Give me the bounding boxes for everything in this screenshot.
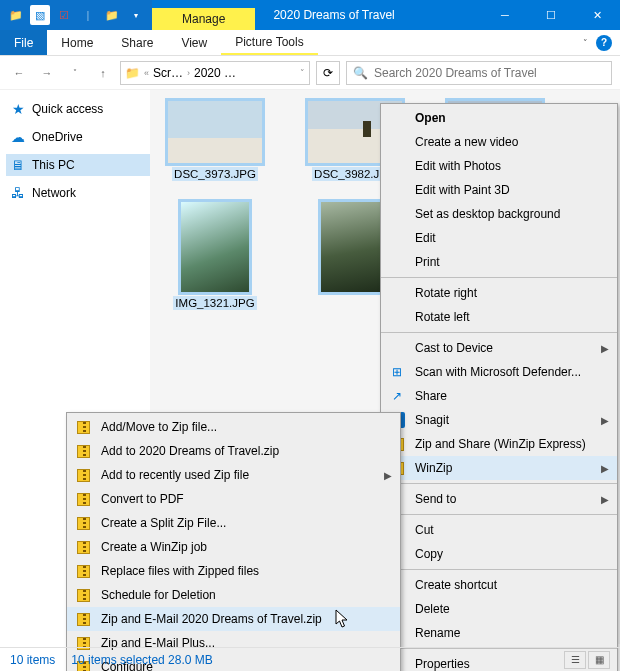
- file-item[interactable]: IMG_1321.JPG: [160, 201, 270, 310]
- menu-item[interactable]: Create a new video: [381, 130, 617, 154]
- search-input[interactable]: [374, 66, 605, 80]
- zip-icon: [75, 443, 91, 459]
- menu-item-label: Add to 2020 Dreams of Travel.zip: [101, 444, 279, 458]
- ribbon-tab-view[interactable]: View: [167, 30, 221, 55]
- menu-item[interactable]: Set as desktop background: [381, 202, 617, 226]
- qat-separator: |: [78, 5, 98, 25]
- menu-item-label: Print: [415, 255, 440, 269]
- menu-item[interactable]: Add to recently used Zip file▶: [67, 463, 400, 487]
- menu-item-label: Rotate right: [415, 286, 477, 300]
- menu-item[interactable]: WinZip▶: [381, 456, 617, 480]
- menu-item[interactable]: Cast to Device▶: [381, 336, 617, 360]
- folder-icon-2[interactable]: 📁: [102, 5, 122, 25]
- menu-item[interactable]: ↗Share: [381, 384, 617, 408]
- menu-item[interactable]: Schedule for Deletion: [67, 583, 400, 607]
- breadcrumb-seg[interactable]: 2020 …: [194, 66, 236, 80]
- nav-history-icon[interactable]: ˅: [64, 62, 86, 84]
- help-icon[interactable]: ?: [596, 35, 612, 51]
- menu-item-label: Delete: [415, 602, 450, 616]
- menu-item[interactable]: Create a Split Zip File...: [67, 511, 400, 535]
- search-box[interactable]: 🔍: [346, 61, 612, 85]
- zip-icon: [75, 539, 91, 555]
- shield-icon: ⊞: [389, 364, 405, 380]
- ribbon-tab-picture-tools[interactable]: Picture Tools: [221, 30, 317, 55]
- chevron-icon[interactable]: «: [144, 68, 149, 78]
- properties-icon[interactable]: ▧: [30, 5, 50, 25]
- menu-item[interactable]: Zip and E-Mail 2020 Dreams of Travel.zip: [67, 607, 400, 631]
- ribbon-tab-home[interactable]: Home: [47, 30, 107, 55]
- menu-item[interactable]: ⊞Scan with Microsoft Defender...: [381, 360, 617, 384]
- menu-item[interactable]: Zip and Share (WinZip Express): [381, 432, 617, 456]
- close-button[interactable]: ✕: [574, 0, 620, 30]
- chevron-right-icon: ▶: [601, 415, 609, 426]
- file-name: IMG_1321.JPG: [173, 296, 256, 310]
- nav-up-button[interactable]: ↑: [92, 62, 114, 84]
- menu-item-label: Schedule for Deletion: [101, 588, 216, 602]
- menu-item[interactable]: Cut: [381, 518, 617, 542]
- menu-item[interactable]: Delete: [381, 597, 617, 621]
- star-icon: ★: [10, 101, 26, 117]
- menu-item[interactable]: Rotate left: [381, 305, 617, 329]
- pc-icon: 🖥: [10, 157, 26, 173]
- ribbon: File Home Share View Picture Tools ˅ ?: [0, 30, 620, 56]
- menu-separator: [381, 514, 617, 515]
- menu-item[interactable]: Open: [381, 106, 617, 130]
- menu-item[interactable]: Add/Move to Zip file...: [67, 415, 400, 439]
- thumbnail-icon: [180, 201, 250, 293]
- details-view-button[interactable]: ☰: [564, 651, 586, 669]
- menu-item-label: Create a new video: [415, 135, 518, 149]
- menu-item[interactable]: Edit: [381, 226, 617, 250]
- chevron-icon[interactable]: ›: [187, 68, 190, 78]
- menu-item[interactable]: Convert to PDF: [67, 487, 400, 511]
- menu-item-label: Set as desktop background: [415, 207, 560, 221]
- sidebar-item-quick-access[interactable]: ★ Quick access: [6, 98, 150, 120]
- thumbnail-view-button[interactable]: ▦: [588, 651, 610, 669]
- address-bar[interactable]: 📁 « Scr… › 2020 … ˅: [120, 61, 310, 85]
- context-menu: OpenCreate a new videoEdit with PhotosEd…: [380, 103, 618, 671]
- menu-item-label: Copy: [415, 547, 443, 561]
- menu-item-label: Edit with Paint 3D: [415, 183, 510, 197]
- zip-icon: [75, 419, 91, 435]
- maximize-button[interactable]: ☐: [528, 0, 574, 30]
- nav-back-button[interactable]: ←: [8, 62, 30, 84]
- menu-item[interactable]: Add to 2020 Dreams of Travel.zip: [67, 439, 400, 463]
- file-tab[interactable]: File: [0, 30, 47, 55]
- nav-forward-button[interactable]: →: [36, 62, 58, 84]
- breadcrumb-seg[interactable]: Scr…: [153, 66, 183, 80]
- sidebar-item-this-pc[interactable]: 🖥 This PC: [6, 154, 150, 176]
- sidebar-item-network[interactable]: 🖧 Network: [6, 182, 150, 204]
- selection-info: 10 items selected 28.0 MB: [71, 653, 212, 667]
- menu-item[interactable]: Edit with Paint 3D: [381, 178, 617, 202]
- menu-item[interactable]: Copy: [381, 542, 617, 566]
- menu-item[interactable]: Edit with Photos: [381, 154, 617, 178]
- menu-item[interactable]: Print: [381, 250, 617, 274]
- menu-item[interactable]: Create shortcut: [381, 573, 617, 597]
- menu-item-label: Zip and E-Mail 2020 Dreams of Travel.zip: [101, 612, 322, 626]
- menu-item[interactable]: Send to▶: [381, 487, 617, 511]
- menu-item[interactable]: Rename: [381, 621, 617, 645]
- file-item[interactable]: DSC_3973.JPG: [160, 100, 270, 181]
- winzip-submenu: Add/Move to Zip file...Add to 2020 Dream…: [66, 412, 401, 671]
- menu-item[interactable]: Create a WinZip job: [67, 535, 400, 559]
- ribbon-tab-share[interactable]: Share: [107, 30, 167, 55]
- menu-item-label: Snagit: [415, 413, 449, 427]
- menu-item-label: WinZip: [415, 461, 452, 475]
- ribbon-collapse-icon[interactable]: ˅: [583, 38, 588, 48]
- menu-item[interactable]: Rotate right: [381, 281, 617, 305]
- window-title: 2020 Dreams of Travel: [255, 0, 412, 30]
- folder-icon[interactable]: 📁: [6, 5, 26, 25]
- zip-icon: [75, 563, 91, 579]
- menu-item[interactable]: ▣Snagit▶: [381, 408, 617, 432]
- menu-item[interactable]: Replace files with Zipped files: [67, 559, 400, 583]
- sidebar-item-onedrive[interactable]: ☁ OneDrive: [6, 126, 150, 148]
- minimize-button[interactable]: ─: [482, 0, 528, 30]
- checked-icon[interactable]: ☑: [54, 5, 74, 25]
- menu-item-label: Edit: [415, 231, 436, 245]
- contextual-tab-highlight[interactable]: Manage: [152, 8, 255, 30]
- menu-item-label: Send to: [415, 492, 456, 506]
- address-dropdown-icon[interactable]: ˅: [300, 68, 305, 78]
- menu-item-label: Add to recently used Zip file: [101, 468, 249, 482]
- qat-dropdown-icon[interactable]: ▾: [126, 5, 146, 25]
- refresh-button[interactable]: ⟳: [316, 61, 340, 85]
- folder-icon: 📁: [125, 66, 140, 80]
